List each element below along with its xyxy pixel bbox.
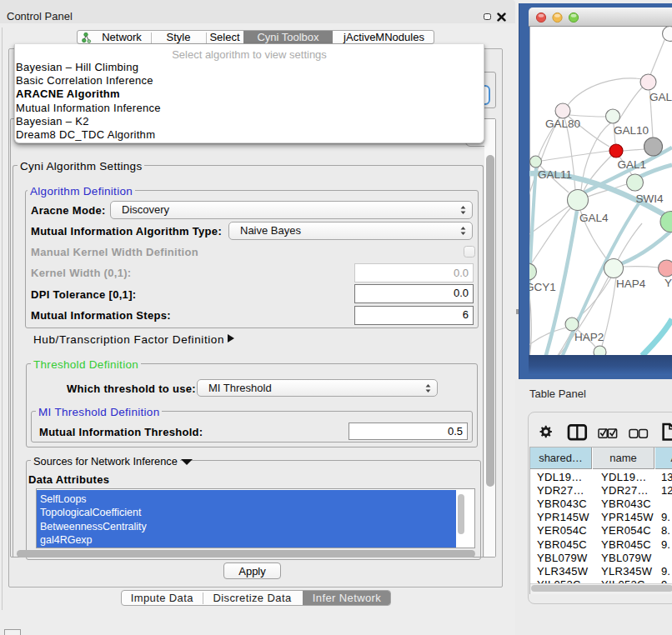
svg-text:GAL10: GAL10	[614, 124, 649, 137]
svg-text:GAL80: GAL80	[545, 118, 580, 130]
svg-text:HAP2: HAP2	[574, 331, 604, 343]
svg-text:HAP4: HAP4	[616, 278, 646, 290]
svg-text:GAL1: GAL1	[618, 158, 647, 171]
svg-text:YD: YD	[664, 277, 672, 289]
svg-text:GCY1: GCY1	[529, 281, 556, 293]
svg-text:GAL4: GAL4	[579, 212, 609, 224]
svg-text:GAL11: GAL11	[538, 168, 572, 181]
svg-text:GAL2: GAL2	[649, 91, 672, 103]
svg-text:SWI4: SWI4	[636, 192, 664, 205]
